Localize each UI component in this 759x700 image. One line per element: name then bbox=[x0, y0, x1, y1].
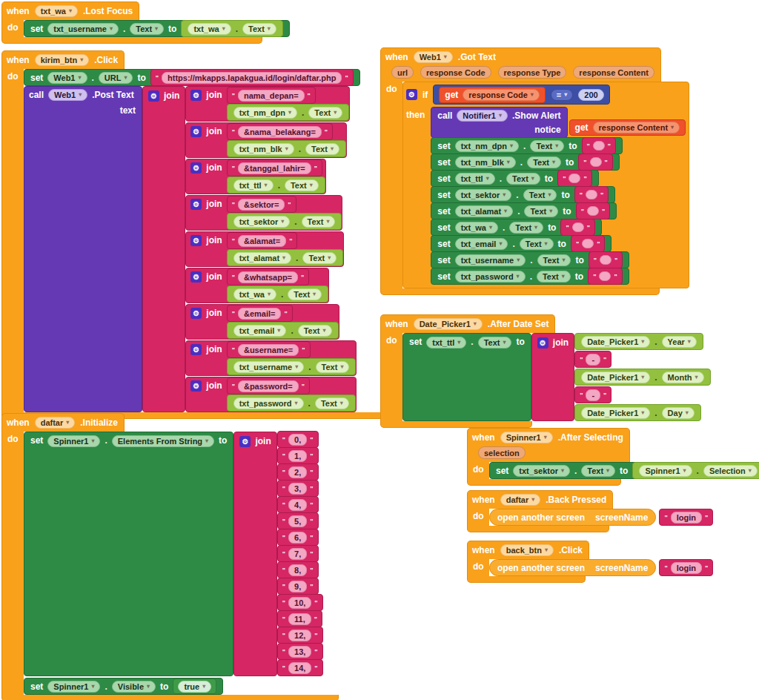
string-value[interactable]: 11, bbox=[288, 613, 311, 625]
component-dropdown[interactable]: daftar▾ bbox=[35, 417, 76, 429]
join-block[interactable]: ⚙ join " &username= " txt_usern bbox=[185, 340, 357, 376]
string-value[interactable]: 1, bbox=[288, 450, 307, 462]
component-dropdown[interactable]: txt_wa▾ bbox=[188, 23, 231, 35]
set-property-block[interactable]: set txt_ttl▾ . Text▾ to bbox=[402, 333, 531, 421]
component-dropdown[interactable]: txt_ttl▾ bbox=[455, 173, 495, 185]
join-block[interactable]: ⚙ join " &sektor= " txt_sektor▾ bbox=[185, 195, 342, 231]
property-dropdown[interactable]: Text▾ bbox=[242, 23, 276, 35]
component-dropdown[interactable]: txt_alamat▾ bbox=[233, 252, 291, 264]
string-value[interactable]: &email= bbox=[238, 308, 282, 320]
component-dropdown[interactable]: txt_sektor▾ bbox=[455, 189, 512, 201]
component-dropdown[interactable]: txt_wa▾ bbox=[233, 288, 276, 300]
string-value[interactable]: &password= bbox=[238, 380, 299, 392]
component-dropdown[interactable]: Date_Picker1▾ bbox=[581, 407, 650, 419]
event-block-daftar-initialize[interactable]: when daftar▾ .Initialize do set Spinner1… bbox=[1, 413, 339, 700]
property-dropdown[interactable]: Text▾ bbox=[305, 143, 339, 155]
component-dropdown[interactable]: Web1▾ bbox=[414, 51, 453, 63]
property-getter-block[interactable]: txt_ttl▾ . Text▾ bbox=[227, 176, 325, 194]
component-dropdown[interactable]: Date_Picker1▾ bbox=[414, 318, 483, 330]
number-block[interactable]: 200 bbox=[578, 89, 603, 101]
string-value[interactable]: &tanggal_lahir= bbox=[238, 162, 311, 174]
empty-string-block[interactable]: " " bbox=[589, 251, 623, 268]
empty-string-block[interactable]: " " bbox=[557, 170, 592, 187]
component-dropdown[interactable]: Web1▾ bbox=[48, 89, 87, 101]
mutator-gear-icon[interactable]: ⚙ bbox=[190, 344, 202, 355]
property-getter-block[interactable]: txt_password▾ . Text▾ bbox=[227, 394, 356, 412]
property-dropdown[interactable]: Text▾ bbox=[523, 189, 557, 201]
join-block[interactable]: ⚙ join bbox=[233, 432, 276, 676]
mutator-gear-icon[interactable]: ⚙ bbox=[190, 162, 202, 174]
logic-dropdown[interactable]: true▾ bbox=[178, 681, 211, 693]
property-dropdown[interactable]: Text▾ bbox=[478, 337, 512, 349]
string-value[interactable]: 3, bbox=[288, 483, 307, 495]
component-dropdown[interactable]: txt_username▾ bbox=[47, 23, 119, 35]
component-dropdown[interactable]: Spinner1▾ bbox=[47, 681, 100, 693]
property-getter-block[interactable]: Date_Picker1▾ . Day▾ bbox=[574, 404, 701, 421]
property-dropdown[interactable]: Text▾ bbox=[520, 238, 554, 250]
property-dropdown[interactable]: Text▾ bbox=[315, 397, 349, 409]
event-block-kirimbtn-click[interactable]: when kirim_btn▾ .Click do set Web1▾ . UR… bbox=[1, 50, 404, 419]
empty-string-block[interactable]: " " bbox=[574, 186, 609, 203]
property-getter-block[interactable]: txt_email▾ . Text▾ bbox=[227, 322, 339, 339]
string-value[interactable]: login bbox=[671, 512, 702, 524]
mutator-gear-icon[interactable]: ⚙ bbox=[537, 337, 548, 349]
property-getter-block[interactable]: Date_Picker1▾ . Year▾ bbox=[574, 333, 703, 350]
event-block-txtwa-lostfocus[interactable]: when txt_wa▾ .Lost Focus do set txt_user… bbox=[1, 1, 290, 44]
string-value[interactable] bbox=[593, 141, 605, 151]
dash-string-block[interactable]: " - " bbox=[574, 351, 611, 368]
open-screen-block[interactable]: open another screen screenName bbox=[489, 559, 656, 576]
component-dropdown[interactable]: txt_wa▾ bbox=[455, 222, 498, 234]
string-value[interactable]: &sektor= bbox=[238, 199, 285, 211]
component-dropdown[interactable]: txt_username▾ bbox=[455, 254, 526, 266]
join-block[interactable]: ⚙ join " nama_depan= " txt_nm_d bbox=[185, 86, 350, 122]
mutator-gear-icon[interactable]: ⚙ bbox=[190, 199, 202, 210]
item-string-block[interactable]: " 14, " bbox=[277, 659, 323, 676]
property-dropdown[interactable]: Text▾ bbox=[130, 23, 164, 35]
string-value[interactable]: https://mkapps.lapakgua.id/login/daftar.… bbox=[162, 72, 342, 84]
operator-dropdown[interactable]: =▾ bbox=[551, 89, 573, 101]
property-dropdown[interactable]: Text▾ bbox=[581, 465, 615, 477]
property-dropdown[interactable]: Day▾ bbox=[662, 407, 695, 419]
string-value[interactable]: 4, bbox=[288, 499, 307, 511]
component-dropdown[interactable]: Web1▾ bbox=[47, 72, 87, 84]
item-string-block[interactable]: " 2, " bbox=[277, 463, 319, 481]
string-value[interactable]: 10, bbox=[288, 597, 311, 609]
property-dropdown[interactable]: Text▾ bbox=[316, 361, 350, 373]
string-value[interactable]: 13, bbox=[288, 646, 311, 658]
string-value[interactable] bbox=[599, 271, 611, 281]
set-property-block[interactable]: set txt_sektor▾ . Text▾ to " " bbox=[431, 186, 615, 203]
component-dropdown[interactable]: txt_nm_blk▾ bbox=[233, 143, 294, 155]
mutator-gear-icon[interactable]: ⚙ bbox=[406, 89, 417, 100]
string-value[interactable]: 7, bbox=[288, 548, 307, 560]
component-dropdown[interactable]: txt_password▾ bbox=[455, 271, 526, 283]
item-string-block[interactable]: " 11, " bbox=[277, 610, 322, 627]
variable-dropdown[interactable]: response Code▾ bbox=[463, 89, 539, 101]
item-string-block[interactable]: " 3, " bbox=[277, 480, 319, 497]
property-dropdown[interactable]: Selection▾ bbox=[703, 465, 758, 477]
property-dropdown[interactable]: Text▾ bbox=[288, 288, 322, 300]
open-screen-block[interactable]: open another screen screenName bbox=[489, 509, 656, 526]
get-variable-block[interactable]: get response Content▾ bbox=[569, 119, 686, 136]
set-url-block[interactable]: set Web1▾ . URL▾ to " https://mkapps.lap… bbox=[24, 69, 360, 86]
set-property-block[interactable]: set txt_ttl▾ . Text▾ to " " bbox=[431, 170, 598, 187]
component-dropdown[interactable]: Date_Picker1▾ bbox=[581, 336, 650, 348]
set-property-block[interactable]: set txt_wa▾ . Text▾ to " " bbox=[431, 219, 602, 236]
item-string-block[interactable]: " 7, " bbox=[277, 545, 319, 562]
property-dropdown[interactable]: Text▾ bbox=[302, 252, 337, 264]
property-dropdown[interactable]: Year▾ bbox=[662, 336, 697, 348]
event-param-pill[interactable]: selection bbox=[478, 446, 526, 459]
mutator-gear-icon[interactable]: ⚙ bbox=[190, 308, 202, 319]
property-getter-block[interactable]: txt_nm_dpn▾ . Text▾ bbox=[227, 104, 350, 121]
join-block[interactable]: ⚙ join " &email= " txt_email▾ bbox=[185, 304, 339, 340]
string-value[interactable]: login bbox=[671, 562, 702, 574]
item-string-block[interactable]: " 5, " bbox=[277, 512, 319, 529]
set-elements-block[interactable]: set Spinner1▾ . Elements From String▾ to bbox=[24, 432, 233, 676]
empty-string-block[interactable]: " " bbox=[560, 219, 595, 236]
equals-block[interactable]: get response Code▾ =▾ 200 bbox=[433, 85, 609, 105]
empty-string-block[interactable]: " " bbox=[571, 235, 606, 252]
component-dropdown[interactable]: txt_ttl▾ bbox=[233, 179, 274, 191]
component-dropdown[interactable]: txt_wa▾ bbox=[35, 5, 78, 17]
item-string-block[interactable]: " 8, " bbox=[277, 561, 319, 578]
component-dropdown[interactable]: txt_nm_blk▾ bbox=[455, 156, 516, 168]
set-property-block[interactable]: set txt_alamat▾ . Text▾ to " " bbox=[431, 202, 617, 219]
